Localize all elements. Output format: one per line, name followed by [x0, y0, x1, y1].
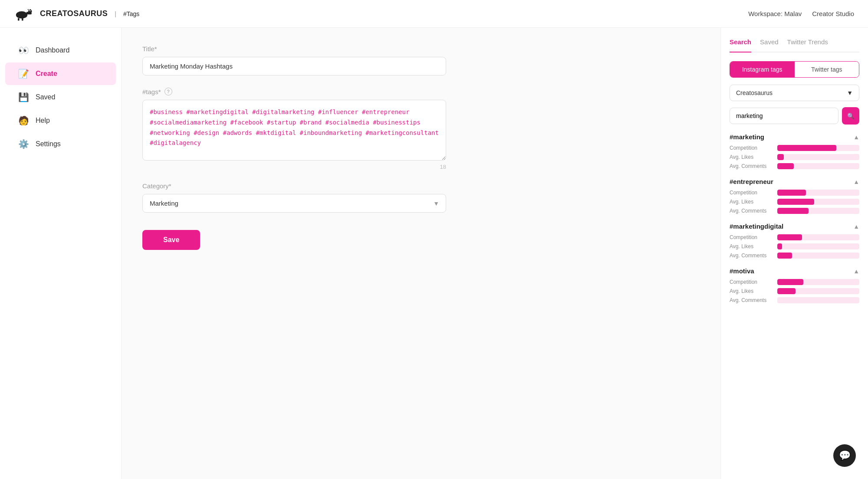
stat-bar-bg	[777, 297, 859, 303]
stat-bar-fill	[777, 199, 814, 205]
hashtag-title-marketing: #marketing	[730, 133, 764, 141]
save-button[interactable]: Save	[142, 230, 200, 250]
category-group: Category* Marketing Design Business Tech…	[142, 182, 700, 213]
sidebar-item-label-settings: Settings	[36, 140, 61, 148]
svg-marker-7	[27, 9, 29, 10]
sidebar-item-label-help: Help	[36, 117, 50, 125]
stat-bar-fill	[777, 288, 796, 294]
stat-label-likes: Avg. Likes	[730, 154, 773, 160]
stat-bar-fill	[777, 279, 803, 285]
logo-hashtag: #Tags	[123, 10, 139, 17]
stat-row-competition-motiva: Competition	[730, 279, 859, 285]
create-icon: 📝	[17, 69, 30, 79]
hashtag-chevron-entrepreneur: ▲	[853, 178, 859, 185]
svg-point-6	[30, 10, 30, 11]
stat-bar-fill	[777, 234, 802, 240]
stat-bar-bg	[777, 190, 859, 196]
sidebar-item-settings[interactable]: ⚙️ Settings	[5, 133, 116, 155]
stat-label-likes: Avg. Likes	[730, 288, 773, 294]
hashtag-header-entrepreneur[interactable]: #entrepreneur ▲	[730, 178, 859, 185]
title-group: Title*	[142, 45, 700, 75]
tab-search[interactable]: Search	[730, 38, 751, 52]
sidebar: 👀 Dashboard 📝 Create 💾 Saved 🧑 Help ⚙️ S…	[0, 28, 122, 479]
stat-row-comments-motiva: Avg. Comments	[730, 297, 859, 303]
stat-bar-bg	[777, 208, 859, 214]
platform-dropdown-value: Creatosaurus	[736, 89, 773, 96]
app-header: CREATOSAURUS | #Tags Workspace: Malav Cr…	[0, 0, 868, 28]
workspace-label: Workspace: Malav	[748, 10, 802, 17]
svg-rect-4	[18, 18, 20, 20]
stat-row-competition-marketing: Competition	[730, 145, 859, 151]
stat-row-competition-marketingdigital: Competition	[730, 234, 859, 240]
instagram-tags-button[interactable]: Instagram tags	[730, 62, 795, 77]
hashtag-chevron-motiva: ▲	[853, 268, 859, 275]
hashtag-header-marketing[interactable]: #marketing ▲	[730, 133, 859, 141]
chat-bubble-button[interactable]: 💬	[833, 444, 856, 467]
hashtag-title-marketingdigital: #marketingdigital	[730, 223, 783, 230]
stat-label-comments: Avg. Comments	[730, 208, 773, 214]
sidebar-item-label-dashboard: Dashboard	[36, 46, 69, 54]
stat-label-comments: Avg. Comments	[730, 163, 773, 169]
stat-label-competition: Competition	[730, 279, 773, 285]
hashtag-section-marketing: #marketing ▲ Competition Avg. Likes Avg.…	[730, 133, 859, 169]
stat-bar-fill	[777, 190, 806, 196]
hashtag-title-entrepreneur: #entrepreneur	[730, 178, 773, 185]
dashboard-icon: 👀	[17, 45, 30, 56]
stat-row-likes-motiva: Avg. Likes	[730, 288, 859, 294]
sidebar-item-saved[interactable]: 💾 Saved	[5, 86, 116, 108]
sidebar-item-label-saved: Saved	[36, 93, 55, 101]
sidebar-item-dashboard[interactable]: 👀 Dashboard	[5, 39, 116, 62]
stat-bar-bg	[777, 154, 859, 160]
hashtag-title-motiva: #motiva	[730, 267, 754, 275]
category-select[interactable]: Marketing Design Business Technology	[142, 194, 446, 213]
twitter-tags-button[interactable]: Twitter tags	[795, 62, 859, 77]
search-button[interactable]: 🔍	[842, 107, 859, 125]
tags-label-row: #tags* ?	[142, 88, 700, 95]
platform-dropdown[interactable]: Creatosaurus ▼	[730, 85, 859, 101]
hashtag-header-marketingdigital[interactable]: #marketingdigital ▲	[730, 223, 859, 230]
stat-bar-bg	[777, 234, 859, 240]
main-content: Title* #tags* ? #business #marketingdigi…	[122, 28, 720, 479]
search-input[interactable]	[730, 108, 838, 124]
sidebar-item-help[interactable]: 🧑 Help	[5, 109, 116, 132]
stat-label-likes: Avg. Likes	[730, 243, 773, 249]
stat-label-competition: Competition	[730, 145, 773, 151]
panel-tabs: Search Saved Twitter Trends	[730, 38, 859, 52]
stat-row-comments-marketingdigital: Avg. Comments	[730, 253, 859, 259]
stat-bar-bg	[777, 288, 859, 294]
stat-row-likes-marketingdigital: Avg. Likes	[730, 243, 859, 249]
hashtag-header-motiva[interactable]: #motiva ▲	[730, 267, 859, 275]
stat-label-comments: Avg. Comments	[730, 297, 773, 303]
stat-row-comments-entrepreneur: Avg. Comments	[730, 208, 859, 214]
right-panel: Search Saved Twitter Trends Instagram ta…	[720, 28, 868, 479]
stat-bar-fill	[777, 243, 782, 249]
sidebar-item-label-create: Create	[36, 70, 57, 78]
settings-icon: ⚙️	[17, 139, 30, 149]
tags-group: #tags* ? #business #marketingdigital #di…	[142, 88, 700, 170]
sidebar-item-create[interactable]: 📝 Create	[5, 62, 116, 85]
category-label: Category*	[142, 182, 700, 190]
stat-label-likes: Avg. Likes	[730, 199, 773, 205]
stat-bar-bg	[777, 163, 859, 169]
tag-count: 18	[142, 164, 446, 170]
stat-bar-fill	[777, 163, 794, 169]
hashtag-chevron-marketing: ▲	[853, 134, 859, 141]
tags-textarea[interactable]: #business #marketingdigital #digitalmark…	[142, 100, 446, 161]
stat-bar-bg	[777, 145, 859, 151]
hashtag-section-marketingdigital: #marketingdigital ▲ Competition Avg. Lik…	[730, 223, 859, 259]
title-label: Title*	[142, 45, 700, 52]
search-icon: 🔍	[847, 113, 855, 119]
tab-saved[interactable]: Saved	[760, 38, 779, 48]
stat-label-competition: Competition	[730, 234, 773, 240]
stat-label-comments: Avg. Comments	[730, 253, 773, 259]
stat-label-competition: Competition	[730, 190, 773, 196]
category-select-wrapper: Marketing Design Business Technology ▼	[142, 194, 446, 213]
tab-twitter-trends[interactable]: Twitter Trends	[787, 38, 828, 48]
stat-bar-bg	[777, 243, 859, 249]
creator-studio-label[interactable]: Creator Studio	[812, 10, 854, 17]
help-circle-icon[interactable]: ?	[164, 88, 172, 95]
stat-bar-fill	[777, 154, 784, 160]
dino-logo-icon	[14, 6, 35, 22]
svg-rect-5	[22, 18, 23, 20]
title-input[interactable]	[142, 57, 446, 75]
